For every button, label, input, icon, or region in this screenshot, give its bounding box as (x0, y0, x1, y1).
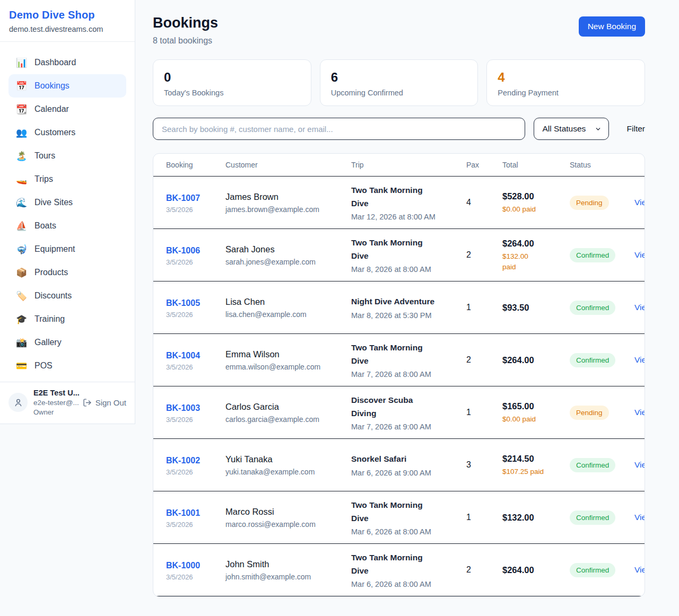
camera-icon: 📸 (15, 337, 28, 348)
sidebar-item-tours[interactable]: 🏝️ Tours (8, 144, 126, 168)
total-amount: $528.00 (502, 190, 570, 202)
sidebar-item-label: POS (34, 361, 53, 371)
sidebar-item-calendar[interactable]: 📆 Calendar (8, 98, 126, 121)
pax-count: 2 (466, 355, 471, 364)
bookings-table: Booking Customer Trip Pax Total Status B… (153, 153, 645, 597)
booking-id-link[interactable]: BK-1001 (166, 508, 200, 517)
sign-out-button[interactable]: Sign Out (83, 398, 126, 407)
shop-domain: demo.test.divestreams.com (9, 25, 126, 33)
table-row: BK-1002 3/5/2026 Yuki Tanaka yuki.tanaka… (153, 439, 645, 491)
person-icon (13, 398, 23, 408)
page-subtitle: 8 total bookings (153, 36, 218, 46)
sidebar-item-trips[interactable]: 🚤 Trips (8, 168, 126, 191)
customer-email: john.smith@example.com (225, 573, 351, 581)
stat-card: 6 Upcoming Confirmed (320, 59, 478, 106)
view-link[interactable]: View (634, 565, 645, 574)
user-block: E2E Test U... e2e-tester@... Owner Sign … (0, 382, 135, 424)
sidebar-item-label: Equipment (34, 244, 75, 254)
sidebar-item-boats[interactable]: ⛵ Boats (8, 214, 126, 237)
new-booking-button[interactable]: New Booking (579, 16, 645, 37)
view-link[interactable]: View (634, 303, 645, 312)
diving-mask-icon: 🤿 (15, 244, 28, 254)
booking-id-link[interactable]: BK-1000 (166, 561, 200, 570)
sidebar-item-customers[interactable]: 👥 Customers (8, 121, 126, 144)
status-badge: Confirmed (570, 563, 615, 577)
view-link[interactable]: View (634, 408, 645, 417)
booking-date: 3/5/2026 (166, 573, 225, 581)
booking-id-link[interactable]: BK-1007 (166, 193, 200, 203)
view-link[interactable]: View (634, 355, 645, 364)
status-badge: Confirmed (570, 353, 615, 367)
pax-count: 2 (466, 565, 471, 574)
trip-name: Two Tank Morning Dive (351, 341, 431, 367)
wave-icon: 🌊 (15, 197, 28, 208)
sidebar-item-products[interactable]: 📦 Products (8, 261, 126, 284)
customer-email: yuki.tanaka@example.com (225, 468, 351, 476)
sidebar-item-dashboard[interactable]: 📊 Dashboard (8, 51, 126, 74)
view-link[interactable]: View (634, 250, 645, 259)
booking-date: 3/5/2026 (166, 363, 225, 371)
status-badge: Confirmed (570, 458, 615, 472)
booking-id-link[interactable]: BK-1002 (166, 456, 200, 465)
credit-card-icon: 💳 (15, 360, 28, 371)
stat-label: Upcoming Confirmed (331, 89, 467, 97)
status-filter-select[interactable]: All Statuses (534, 118, 608, 140)
column-header-total: Total (502, 161, 570, 169)
trip-name: Two Tank Morning Dive (351, 499, 431, 524)
filter-controls: All Statuses Filter (153, 118, 645, 140)
sidebar-item-pos[interactable]: 💳 POS (8, 354, 126, 377)
status-badge: Confirmed (570, 248, 615, 262)
total-amount: $132.00 (502, 512, 570, 523)
customer-name: John Smith (225, 559, 351, 569)
table-row: BK-1003 3/5/2026 Carlos Garcia carlos.ga… (153, 386, 645, 439)
booking-date: 3/5/2026 (166, 206, 225, 214)
sidebar-item-label: Calendar (34, 104, 69, 114)
trip-datetime: Mar 12, 2026 at 8:00 AM (351, 213, 466, 221)
customer-name: Lisa Chen (225, 297, 351, 307)
sidebar-item-gallery[interactable]: 📸 Gallery (8, 331, 126, 354)
status-badge: Confirmed (570, 511, 615, 525)
view-link[interactable]: View (634, 198, 645, 207)
column-header-status: Status (570, 161, 634, 169)
sidebar: Demo Dive Shop demo.test.divestreams.com… (0, 0, 135, 424)
sidebar-item-label: Discounts (34, 291, 72, 301)
sidebar-item-dive-sites[interactable]: 🌊 Dive Sites (8, 191, 126, 214)
booking-date: 3/5/2026 (166, 258, 225, 266)
amount-paid: $107.25 paid (502, 467, 570, 477)
booking-id-link[interactable]: BK-1005 (166, 298, 200, 307)
status-filter-value: All Statuses (542, 124, 586, 134)
trip-datetime: Mar 6, 2026 at 8:00 AM (351, 580, 466, 588)
booking-date: 3/5/2026 (166, 311, 225, 319)
sidebar-nav: 📊 Dashboard 📅 Bookings 📆 Calendar 👥 Cust… (0, 42, 135, 382)
avatar (8, 393, 28, 412)
sidebar-item-training[interactable]: 🎓 Training (8, 307, 126, 331)
page-header: Bookings 8 total bookings New Booking (153, 15, 645, 46)
booking-date: 3/5/2026 (166, 416, 225, 424)
filter-button[interactable]: Filter (627, 124, 645, 134)
stats-row: 0 Today's Bookings 6 Upcoming Confirmed … (153, 59, 645, 106)
total-amount: $264.00 (502, 354, 570, 366)
stat-value: 0 (164, 70, 300, 85)
stat-label: Today's Bookings (164, 89, 300, 97)
status-badge: Pending (570, 406, 609, 420)
column-header-trip: Trip (351, 161, 466, 169)
booking-id-link[interactable]: BK-1006 (166, 246, 200, 255)
view-link[interactable]: View (634, 513, 645, 522)
sidebar-item-label: Products (34, 268, 68, 277)
sign-out-label: Sign Out (95, 398, 126, 407)
main-content: Bookings 8 total bookings New Booking 0 … (136, 0, 662, 597)
stat-card: 4 Pending Payment (486, 59, 645, 106)
search-input[interactable] (153, 118, 525, 140)
sidebar-item-equipment[interactable]: 🤿 Equipment (8, 237, 126, 261)
sidebar-item-label: Trips (34, 174, 53, 184)
calendar-bookings-icon: 📅 (15, 81, 28, 91)
graduation-cap-icon: 🎓 (15, 314, 28, 324)
booking-id-link[interactable]: BK-1003 (166, 403, 200, 412)
sidebar-item-discounts[interactable]: 🏷️ Discounts (8, 284, 126, 307)
sidebar-item-label: Boats (34, 221, 56, 231)
view-link[interactable]: View (634, 460, 645, 469)
sidebar-item-bookings[interactable]: 📅 Bookings (8, 74, 126, 98)
booking-id-link[interactable]: BK-1004 (166, 351, 200, 360)
trip-datetime: Mar 6, 2026 at 9:00 AM (351, 469, 466, 477)
customer-name: Sarah Jones (225, 244, 351, 254)
